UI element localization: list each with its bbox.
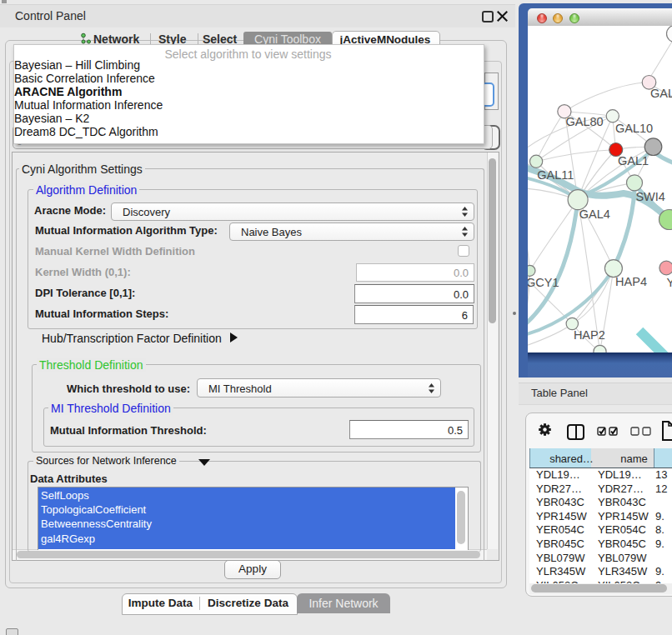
svg-text:GAL: GAL xyxy=(650,87,672,100)
svg-text:SWI4: SWI4 xyxy=(635,190,664,203)
svg-text:GAL11: GAL11 xyxy=(537,168,574,182)
svg-text:HAP2: HAP2 xyxy=(574,328,605,342)
svg-text:GAL4: GAL4 xyxy=(579,208,610,221)
svg-text:GCY1: GCY1 xyxy=(528,276,559,289)
svg-text:GAL1: GAL1 xyxy=(618,154,649,168)
svg-text:GAL10: GAL10 xyxy=(615,122,653,135)
svg-text:GAL80: GAL80 xyxy=(566,115,604,128)
svg-text:HAP4: HAP4 xyxy=(615,275,647,288)
svg-text:Y: Y xyxy=(667,276,672,289)
